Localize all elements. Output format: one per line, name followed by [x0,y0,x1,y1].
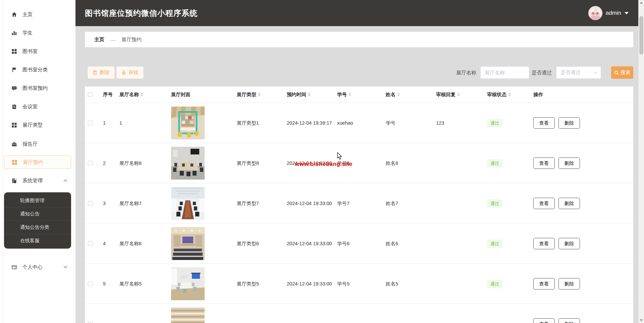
col-header-student-name[interactable]: 姓名 [386,86,400,103]
scroll-up-icon[interactable] [640,2,643,4]
row-index: 2 [103,143,106,183]
trash-icon [93,70,97,75]
hall-cover-image [171,267,205,300]
delete-button[interactable]: 删除 [558,318,580,323]
audit-label: 审核 [128,69,139,76]
hall-cover-image [171,227,205,260]
breadcrumb-home[interactable]: 主页 [94,37,104,43]
col-header-index: 序号 [103,86,113,103]
sort-icon[interactable] [141,92,143,96]
chat-icon [11,85,17,91]
hall-type: 展厅类型8 [237,143,259,183]
view-button[interactable]: 查看 [533,318,555,323]
home-icon [11,12,17,17]
sort-icon[interactable] [258,92,261,96]
delete-button[interactable]: 删除 [558,117,580,129]
sidebar-item-lecture-hall[interactable]: 报告厅 [0,137,75,151]
submenu-item-carousel[interactable]: 轮播图管理 [4,194,71,207]
delete-button[interactable]: 删除 [558,278,580,289]
row-checkbox[interactable] [88,121,93,125]
stamp-icon [121,70,126,75]
scrollbar-thumb[interactable] [639,16,643,55]
hall-name: 展厅名称6 [119,223,142,264]
col-header-reply[interactable]: 审核回复 [436,86,460,103]
student-name: 姓名8 [386,143,398,183]
delete-button[interactable]: 删除 [558,198,580,209]
sidebar-item-label: 图书室分类 [22,67,48,73]
pass-label: 是否通过 [532,70,552,76]
view-button[interactable]: 查看 [533,238,555,249]
view-button[interactable]: 查看 [533,278,555,289]
sidebar-item-personal-center[interactable]: 个人中心 [0,260,75,274]
search-label: 搜索 [621,69,631,76]
col-header-student-no[interactable]: 学号 [337,86,351,103]
select-all-checkbox-cell [88,86,93,103]
hall-cover-image [171,147,205,180]
sidebar-item-students[interactable]: 学生 [0,26,75,40]
sidebar-item-label: 图书室 [22,48,38,55]
student-name: 姓名7 [386,183,398,223]
select-all-checkbox[interactable] [88,92,93,97]
status-badge: 通过 [487,199,502,208]
briefcase-icon [11,141,17,147]
watermark-text: www.bishebang.site [295,161,353,168]
table-row: 3 展厅名称7 展厅类型7 2024-12-04 19:33:00 学号7 姓名… [85,183,633,223]
delete-button[interactable]: 删除 [558,238,580,249]
view-button[interactable]: 查看 [533,198,555,209]
breadcrumb-current: 展厅预约 [121,37,142,43]
page-scrollbar[interactable] [638,0,644,323]
row-checkbox[interactable] [88,241,93,246]
row-checkbox[interactable] [88,281,93,286]
grid-icon [11,122,17,128]
hall-name-input[interactable] [480,66,529,79]
sort-icon[interactable] [348,92,351,96]
scroll-down-icon[interactable] [640,319,643,321]
booking-table: 序号 展厅名称 展厅封面 展厅类型 预约时间 学号 姓名 审核回复 审核状态 操… [85,86,633,323]
search-button[interactable]: 搜索 [611,66,633,79]
app-title: 图书馆座位预约微信小程序系统 [85,8,198,18]
pass-select[interactable]: 是否通过 [556,66,601,79]
sidebar-item-system-management[interactable]: 系统管理 [0,174,75,187]
card-icon [11,264,17,270]
system-management-submenu: 轮播图管理 通知公告 通知公告分类 在线客服 [4,192,71,249]
submenu-item-notice[interactable]: 通知公告 [4,207,71,220]
table-row: 4 展厅名称6 展厅类型6 2024-12-04 19:33:00 学号6 姓名… [85,223,633,263]
sort-icon[interactable] [308,92,311,96]
col-header-type[interactable]: 展厅类型 [237,86,261,103]
col-header-time[interactable]: 预约时间 [287,86,311,103]
sidebar-item-hall-type[interactable]: 展厅类型 [0,118,75,132]
sidebar-item-meeting-room[interactable]: 会议室 [0,100,75,113]
row-checkbox[interactable] [88,201,93,206]
user-menu[interactable]: admin [588,6,629,20]
submenu-item-notice-category[interactable]: 通知公告分类 [4,220,71,234]
avatar[interactable] [588,6,602,20]
view-button[interactable]: 查看 [533,157,555,169]
hall-name: 展厅名称7 [119,183,142,223]
submenu-item-online-service[interactable]: 在线客服 [4,234,71,247]
sidebar-item-home[interactable]: 主页 [0,8,75,21]
hall-type: 展厅类型6 [237,223,259,264]
audit-button[interactable]: 审核 [116,66,144,79]
sort-icon[interactable] [508,92,511,96]
sidebar-item-library-category[interactable]: 图书室分类 [0,63,75,76]
row-checkbox[interactable] [88,161,93,166]
sort-icon[interactable] [457,92,460,96]
sort-icon[interactable] [397,92,400,96]
sidebar-item-hall-booking[interactable]: 展厅预约 [4,155,71,169]
breadcrumb-separator: — [110,37,115,43]
bar-chart-icon [11,30,17,36]
col-header-name[interactable]: 展厅名称 [119,86,143,103]
student-no: 学号7 [337,183,350,223]
row-index: 4 [103,223,106,264]
book-icon [11,178,17,184]
breadcrumb: 主页 — 展厅预约 [85,32,633,47]
view-button[interactable]: 查看 [533,117,555,129]
sidebar-item-library[interactable]: 图书室 [0,45,75,58]
row-checkbox[interactable] [88,322,93,323]
chevron-down-icon [63,264,67,268]
col-header-status[interactable]: 审核状态 [487,86,511,103]
student-no: xuehao [337,103,353,143]
delete-button[interactable]: 删除 [558,157,580,169]
delete-selected-button[interactable]: 删除 [88,66,115,79]
sidebar-item-library-booking[interactable]: 图书室预约 [0,81,75,95]
